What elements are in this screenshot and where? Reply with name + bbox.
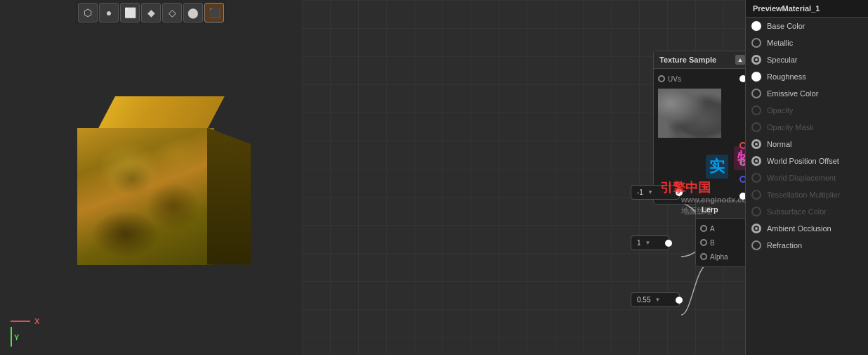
properties-title: PreviewMaterial_1 [746,0,868,18]
properties-panel: PreviewMaterial_1 Base Color Metallic Sp… [745,0,868,355]
lerp-alpha-input[interactable] [700,253,707,260]
texture-sample-header: Texture Sample ▲ [654,51,745,69]
lerp-header: Lerp ▼ [696,201,745,219]
uvs-input-dot[interactable] [658,75,665,82]
texture-sample-node[interactable]: Texture Sample ▲ UVs [653,51,745,205]
toolbar-btn-perspective[interactable]: ⬡ [78,3,98,22]
prop-opacity[interactable]: Opacity [746,102,868,119]
dropdown-arrow[interactable]: ▼ [647,189,653,195]
properties-list: Base Color Metallic Specular Roughness E… [746,18,868,355]
prop-base-color[interactable]: Base Color [746,18,868,34]
lerp-body: A B Alpha [696,219,745,266]
prop-opacity-mask[interactable]: Opacity Mask [746,119,868,136]
emissive-socket[interactable] [751,89,761,98]
prop-roughness[interactable]: Roughness [746,68,868,85]
one-node-mid[interactable]: 1 ▼ [631,235,669,250]
val-055-output[interactable] [676,297,683,304]
lerp-node[interactable]: Lerp ▼ A B Alpha [695,200,745,267]
neg-one-node[interactable]: -1 ▼ [631,185,680,200]
base-color-socket[interactable] [751,21,761,31]
prop-world-displacement[interactable]: World Displacement [746,169,868,186]
ao-socket[interactable] [751,224,761,233]
uvs-output-dot[interactable] [739,75,745,82]
prop-normal[interactable]: Normal [746,136,868,153]
toolbar-btn-unlit[interactable]: ◇ [162,3,182,22]
prop-emissive[interactable]: Emissive Color [746,85,868,102]
opacity-mask-socket[interactable] [751,122,761,132]
tess-socket[interactable] [751,190,761,200]
lerp-a-port: A [696,221,745,235]
normal-socket[interactable] [751,139,761,149]
blue-output[interactable] [739,176,745,183]
prop-ambient-occlusion[interactable]: Ambient Occlusion [746,220,868,237]
specular-socket[interactable] [751,55,761,65]
viewport-3d-cube [53,89,249,286]
axis-indicator: X Y [11,317,39,348]
x-axis: X [11,317,39,325]
texture-sample-body: UVs [654,69,745,204]
alpha-output[interactable] [739,193,745,200]
prop-tessellation[interactable]: Tessellation Multiplier [746,186,868,203]
viewport-toolbar: ⬡ ● ⬜ ◆ ◇ ⬤ ⬛ [75,0,227,25]
prop-specular[interactable]: Specular [746,51,868,68]
world-disp-socket[interactable] [751,173,761,183]
green-output[interactable] [739,159,745,166]
viewport-panel: ⬡ ● ⬜ ◆ ◇ ⬤ ⬛ X Y [0,0,302,355]
lerp-b-input[interactable] [700,239,707,246]
uvs-port: UVs [654,72,745,86]
y-axis: Y [11,327,39,348]
roughness-socket[interactable] [751,72,761,82]
prop-world-position[interactable]: World Position Offset [746,153,868,169]
lerp-a-input[interactable] [700,225,707,232]
toolbar-btn-postprocess[interactable]: ⬛ [204,3,224,22]
node-graph[interactable]: Texture Sample ▲ UVs -1 ▼ [302,0,745,355]
expand-icon[interactable]: ▲ [735,55,745,65]
lerp-b-port: B [696,235,745,250]
world-pos-socket[interactable] [751,156,761,166]
one-mid-output[interactable] [665,240,672,247]
refraction-socket[interactable] [751,240,761,250]
opacity-socket[interactable] [751,105,761,115]
val-055-node[interactable]: 0.55 ▼ [631,292,680,307]
one-mid-arrow[interactable]: ▼ [645,240,651,246]
subsurface-socket[interactable] [751,207,761,217]
texture-preview [658,89,721,138]
toolbar-btn-lit[interactable]: ◆ [141,3,161,22]
toolbar-btn-wireframe[interactable]: ⬜ [120,3,140,22]
val-055-arrow[interactable]: ▼ [655,297,660,303]
lerp-alpha-port: Alpha [696,250,745,264]
metallic-socket[interactable] [751,38,761,48]
prop-refraction[interactable]: Refraction [746,237,868,254]
toolbar-btn-solid[interactable]: ● [99,3,119,22]
red-output[interactable] [739,142,745,149]
neg-one-output[interactable] [676,189,683,196]
prop-metallic[interactable]: Metallic [746,34,868,51]
toolbar-btn-material[interactable]: ⬤ [183,3,203,22]
prop-subsurface[interactable]: Subsurface Color [746,203,868,220]
